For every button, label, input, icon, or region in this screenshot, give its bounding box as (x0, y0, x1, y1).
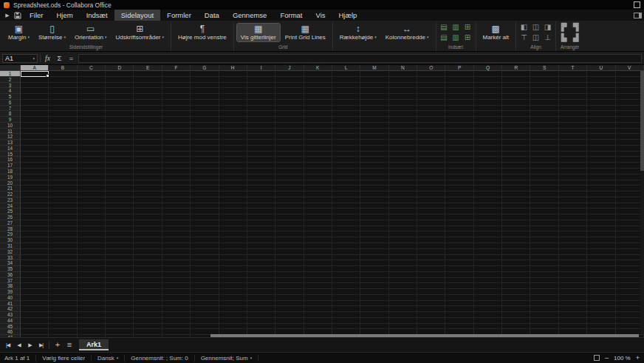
row-header-23[interactable]: 23 (0, 197, 21, 203)
menu-hjaelp[interactable]: Hjælp (332, 10, 364, 21)
row-header-41[interactable]: 41 (0, 301, 21, 307)
column-header-V[interactable]: V (616, 65, 644, 71)
column-header-R[interactable]: R (502, 65, 530, 71)
row-header-24[interactable]: 24 (0, 203, 21, 209)
column-header-I[interactable]: I (247, 65, 275, 71)
row-header-28[interactable]: 28 (0, 226, 21, 232)
row-header-7[interactable]: 7 (0, 106, 21, 112)
column-header-O[interactable]: O (417, 65, 445, 71)
column-header-C[interactable]: C (78, 65, 106, 71)
row-header-30[interactable]: 30 (0, 237, 21, 243)
zoom-mode-icon[interactable] (594, 355, 600, 361)
row-header-47[interactable]: 47 (0, 335, 21, 337)
print-grid-lines-button[interactable]: ▦Print Grid Lines (281, 24, 329, 41)
row-header-5[interactable]: 5 (0, 94, 21, 100)
row-header-21[interactable]: 21 (0, 186, 21, 191)
udskriftsomraader-button[interactable]: ⊞Udskriftsområder▾ (112, 24, 168, 41)
row-header-3[interactable]: 3 (0, 83, 21, 89)
status-stats-selector[interactable]: Gennemsnit; Sum▾ (195, 355, 259, 362)
ui-layout-icon[interactable] (634, 13, 642, 18)
orientation-button[interactable]: ▭Orientation▾ (71, 24, 111, 41)
sheet-nav-last-icon[interactable]: ▶| (36, 342, 46, 348)
row-header-17[interactable]: 17 (0, 163, 21, 169)
menu-gennemse[interactable]: Gennemse (226, 10, 273, 21)
row-header-33[interactable]: 33 (0, 255, 21, 261)
row-header-38[interactable]: 38 (0, 283, 21, 289)
column-header-T[interactable]: T (559, 65, 587, 71)
sheet-nav-previous-icon[interactable]: ◀ (14, 342, 24, 348)
align-top-icon[interactable]: ⊤ (519, 33, 529, 42)
align-middle-icon[interactable]: ◫ (531, 33, 541, 42)
bring-to-front-icon[interactable]: ▛ (559, 23, 569, 32)
insert-column-before-icon[interactable]: ▥ (451, 23, 461, 32)
row-header-14[interactable]: 14 (0, 146, 21, 152)
row-header-20[interactable]: 20 (0, 180, 21, 186)
column-header-A[interactable]: A (21, 65, 49, 71)
send-backward-icon[interactable]: ▙ (559, 33, 569, 42)
align-left-icon[interactable]: ◧ (519, 23, 529, 32)
align-center-icon[interactable]: ◫ (531, 23, 541, 32)
fill-handle[interactable] (46, 74, 49, 78)
zoom-in-button[interactable]: + (636, 354, 640, 362)
row-header-10[interactable]: 10 (0, 123, 21, 129)
window-restore-icon[interactable] (634, 1, 640, 8)
row-header-13[interactable]: 13 (0, 140, 21, 146)
name-box[interactable]: A1 ▾ (2, 54, 38, 63)
align-right-icon[interactable]: ◨ (543, 23, 552, 32)
row-header-45[interactable]: 45 (0, 324, 21, 330)
vertical-scrollbar[interactable] (640, 71, 644, 334)
vis-gitterlinjer-button[interactable]: ▦Vis gitterlinjer (237, 24, 280, 41)
row-header-6[interactable]: 6 (0, 100, 21, 106)
row-header-31[interactable]: 31 (0, 243, 21, 249)
add-sheet-button[interactable]: + (52, 341, 63, 349)
row-header-39[interactable]: 39 (0, 289, 21, 295)
column-header-P[interactable]: P (445, 65, 473, 71)
row-header-2[interactable]: 2 (0, 77, 21, 83)
column-header-M[interactable]: M (360, 65, 388, 71)
insert-cells-right-icon[interactable]: ⊞ (463, 33, 473, 42)
column-header-K[interactable]: K (304, 65, 332, 71)
vertical-scrollbar-thumb[interactable] (640, 71, 644, 171)
status-selection-mode[interactable]: Vælg flere celler (36, 355, 92, 362)
column-header-L[interactable]: L (332, 65, 360, 71)
menu-hjem[interactable]: Hjem (49, 10, 79, 21)
cells[interactable] (21, 71, 644, 337)
row-header-22[interactable]: 22 (0, 191, 21, 197)
function-wizard-icon[interactable]: fx (43, 55, 52, 62)
row-header-37[interactable]: 37 (0, 278, 21, 284)
raekkehoejde-button[interactable]: ↕Rækkehøjde▾ (336, 24, 380, 41)
column-header-Q[interactable]: Q (474, 65, 502, 71)
row-header-43[interactable]: 43 (0, 312, 21, 318)
column-header-N[interactable]: N (389, 65, 417, 71)
insert-column-after-icon[interactable]: ▥ (451, 33, 461, 42)
dropdown-caret-icon[interactable]: ▾ (427, 34, 429, 41)
row-header-35[interactable]: 35 (0, 266, 21, 272)
menu-filer[interactable]: Filer (23, 10, 49, 21)
send-to-back-icon[interactable]: ▟ (571, 33, 580, 42)
sum-icon[interactable]: Σ (55, 54, 64, 62)
row-header-1[interactable]: 1 (0, 71, 21, 77)
column-header-B[interactable]: B (49, 65, 77, 71)
row-header-44[interactable]: 44 (0, 318, 21, 324)
status-language[interactable]: Dansk▾ (92, 355, 125, 362)
menu-vis[interactable]: Vis (309, 10, 332, 21)
sheet-tab-Ark1[interactable]: Ark1 (79, 339, 109, 350)
row-header-4[interactable]: 4 (0, 88, 21, 94)
row-header-46[interactable]: 46 (0, 329, 21, 335)
insert-row-below-icon[interactable]: ▤ (439, 33, 449, 42)
menu-formler[interactable]: Formler (160, 10, 198, 21)
dropdown-caret-icon[interactable]: ▾ (64, 34, 66, 41)
marker-alt-button[interactable]: ▩Markér alt (479, 24, 513, 41)
row-header-32[interactable]: 32 (0, 249, 21, 255)
zoom-level[interactable]: 100 % (614, 355, 631, 362)
column-header-E[interactable]: E (134, 65, 162, 71)
dropdown-caret-icon[interactable]: ▾ (27, 34, 30, 41)
status-sheet-number[interactable]: Ark 1 af 1 (4, 355, 36, 362)
selected-cell-outline[interactable] (21, 71, 49, 77)
column-header-S[interactable]: S (530, 65, 558, 71)
column-header-G[interactable]: G (191, 65, 219, 71)
horizontal-scrollbar-thumb[interactable] (210, 334, 639, 337)
column-header-F[interactable]: F (162, 65, 191, 71)
sheet-nav-next-icon[interactable]: ▶ (25, 342, 35, 348)
bring-forward-icon[interactable]: ▜ (571, 23, 580, 32)
